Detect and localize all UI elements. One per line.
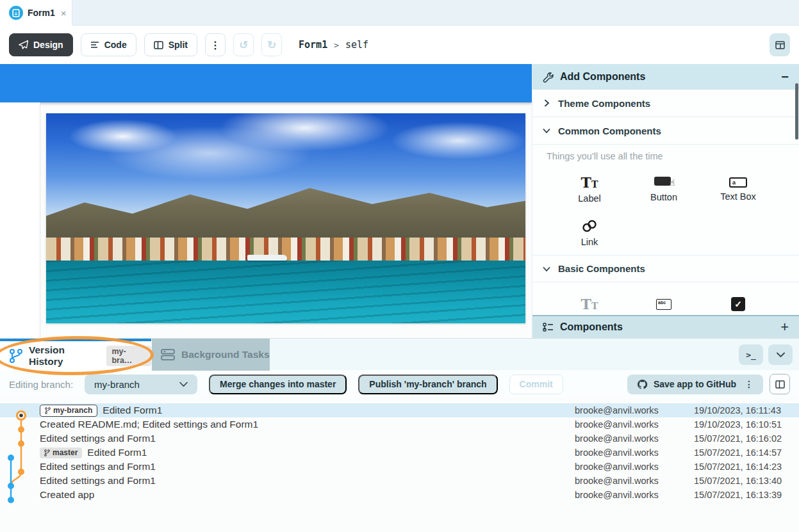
commit-button[interactable]: Commit (509, 375, 563, 394)
commit-timestamp: 19/10/2023, 16:11:43 (694, 405, 799, 415)
commit-timestamp: 15/07/2021, 16:13:39 (694, 490, 799, 500)
commit-row[interactable]: my-branch Edited Form1 brooke@anvil.work… (0, 403, 799, 417)
text-area-icon: abc (656, 299, 671, 310)
terminal-icon: >_ (746, 350, 756, 360)
button-icon: ☝ (654, 177, 673, 188)
more-options-button[interactable]: ⋮ (205, 33, 226, 56)
commit-row[interactable]: Edited settings and Form1 brooke@anvil.w… (0, 460, 799, 474)
commit-author: brooke@anvil.works (575, 419, 694, 430)
commit-row[interactable]: Edited settings and Form1 brooke@anvil.w… (0, 474, 799, 488)
stacked-tasks-icon (161, 348, 175, 361)
canvas-left-gutter (0, 102, 40, 338)
component-label[interactable]: TT Label (552, 168, 627, 211)
chevron-down-icon (543, 265, 550, 273)
link-icon (581, 219, 598, 233)
window-layout-icon (775, 41, 785, 49)
add-component-icon[interactable]: + (780, 319, 789, 335)
component-link[interactable]: Link (552, 211, 627, 255)
add-components-header[interactable]: Add Components − (532, 64, 799, 90)
commit-row[interactable]: master Edited Form1 brooke@anvil.works 1… (0, 446, 799, 460)
form1-tab[interactable]: Form1 × (0, 0, 72, 26)
form-file-icon (9, 6, 23, 20)
close-tab-icon[interactable]: × (61, 8, 67, 19)
branch-dropdown[interactable]: my-branch (85, 375, 197, 394)
breadcrumb-separator: > (334, 40, 339, 50)
commit-author: brooke@anvil.works (575, 447, 694, 458)
commit-timestamp: 19/10/2023, 16:10:51 (694, 419, 799, 430)
commit-timestamp: 15/07/2021, 16:14:23 (694, 462, 799, 472)
chevron-down-icon (179, 382, 188, 387)
common-components-grid: TT Label ☝ Button a Text Box Link (532, 168, 799, 255)
split-pane-icon (154, 41, 163, 49)
components-panel-title: Components (560, 321, 774, 333)
commit-author: brooke@anvil.works (575, 490, 694, 500)
commit-author: brooke@anvil.works (575, 476, 694, 486)
design-canvas[interactable] (0, 64, 532, 338)
tab-strip (72, 0, 799, 26)
github-options-kebab-icon[interactable]: ⋮ (742, 379, 754, 389)
redo-button[interactable]: ↻ (261, 33, 282, 56)
current-branch-pill: my-bra… (106, 346, 151, 366)
commit-message: Edited Form1 (103, 405, 162, 416)
chevron-down-icon (543, 127, 550, 134)
form-hero-band[interactable] (0, 64, 532, 102)
merge-into-master-button[interactable]: Merge changes into master (209, 375, 347, 394)
basic-components-section[interactable]: Basic Components (532, 255, 799, 282)
background-tasks-tab[interactable]: Background Tasks (152, 339, 270, 371)
branch-badge: my-branch (40, 405, 97, 417)
checkbox-icon: ✓ (731, 297, 745, 311)
layout-panels-button[interactable] (770, 33, 790, 56)
commit-row[interactable]: Created app brooke@anvil.works 15/07/202… (0, 488, 799, 502)
bottom-tab-row: Version History my-bra… Background Tasks… (0, 338, 799, 370)
undo-button[interactable]: ↺ (233, 33, 254, 56)
add-components-panel: Add Components − Theme Components Common… (532, 64, 799, 338)
wrench-icon (543, 72, 554, 83)
breadcrumb-root[interactable]: Form1 (299, 39, 327, 51)
app-console-button[interactable]: >_ (739, 344, 763, 365)
common-components-subtitle: Things you'll use all the time (532, 145, 799, 168)
version-history-list: my-branch Edited Form1 brooke@anvil.work… (0, 398, 799, 502)
commit-message: Edited settings and Form1 (40, 433, 156, 444)
branch-toolbar: Editing branch: my-branch Merge changes … (0, 370, 799, 398)
photo-boat (247, 255, 287, 261)
commit-author: brooke@anvil.works (575, 405, 694, 415)
basic-components-label: Basic Components (558, 263, 645, 274)
chevron-down-icon (777, 352, 785, 358)
commit-row[interactable]: Edited settings and Form1 brooke@anvil.w… (0, 431, 799, 446)
commit-message: Created README.md; Edited settings and F… (40, 419, 258, 430)
component-text-box[interactable]: a Text Box (701, 168, 775, 211)
undo-icon: ↺ (239, 38, 248, 52)
collapse-bottom-panel-button[interactable] (768, 344, 793, 365)
sidebar-scrollbar[interactable] (795, 83, 798, 140)
redo-icon: ↻ (267, 38, 276, 52)
design-button[interactable]: Design (9, 33, 73, 56)
version-history-tab[interactable]: Version History my-bra… (0, 339, 151, 371)
commit-message: Created app (40, 489, 94, 501)
common-components-section[interactable]: Common Components (532, 117, 799, 145)
component-button[interactable]: ☝ Button (627, 168, 701, 211)
branch-badge: master (40, 447, 82, 458)
commit-timestamp: 15/07/2021, 16:13:40 (694, 476, 799, 486)
commit-row[interactable]: Created README.md; Edited settings and F… (0, 417, 799, 431)
background-tasks-label: Background Tasks (181, 349, 270, 360)
split-button[interactable]: Split (144, 33, 197, 56)
save-to-github-button[interactable]: Save app to GitHub ⋮ (627, 375, 763, 394)
version-history-label: Version History (29, 344, 101, 367)
label-icon: TT (581, 175, 598, 189)
top-tab-bar: Form1 × (0, 0, 799, 26)
kebab-icon: ⋮ (210, 39, 220, 51)
common-components-label: Common Components (558, 125, 661, 136)
component-tree-icon (543, 323, 554, 332)
form-image-component[interactable] (46, 113, 525, 323)
code-button[interactable]: Code (81, 33, 136, 56)
open-side-panel-button[interactable] (770, 374, 790, 394)
theme-components-section[interactable]: Theme Components (532, 90, 799, 117)
breadcrumb-leaf[interactable]: self (345, 39, 368, 51)
editing-branch-label: Editing branch: (9, 379, 73, 390)
components-tree-panel-header[interactable]: Components + (532, 315, 799, 338)
git-branch-icon (9, 348, 23, 364)
publish-branch-button[interactable]: Publish 'my-branch' branch (358, 375, 497, 394)
collapse-panel-icon[interactable]: − (781, 70, 789, 85)
commit-timestamp: 15/07/2021, 16:14:57 (694, 447, 799, 458)
commit-message: Edited Form1 (87, 447, 147, 458)
